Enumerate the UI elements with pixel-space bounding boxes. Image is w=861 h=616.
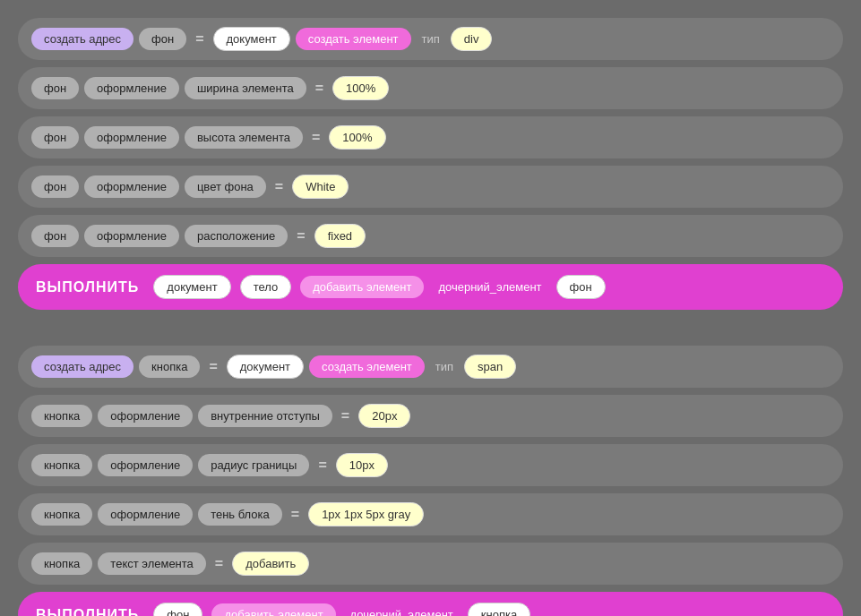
pill-position[interactable]: расположение <box>185 225 288 247</box>
exec-pill-add-element[interactable]: добавить элемент <box>300 276 424 298</box>
execute-block-2[interactable]: ВЫПОЛНИТЬ фон добавить элемент дочерний_… <box>18 592 843 616</box>
child-label-2: дочерний_элемент <box>345 608 459 616</box>
pill-knopka-3[interactable]: кнопка <box>31 454 92 476</box>
equals-9: = <box>288 507 303 523</box>
equals-1: = <box>192 31 207 47</box>
pill-20px[interactable]: 20px <box>358 404 410 428</box>
exec-pill-body[interactable]: тело <box>240 275 292 299</box>
pill-oformlenie-2[interactable]: оформление <box>84 126 179 149</box>
execute-label-1: ВЫПОЛНИТЬ <box>36 279 139 295</box>
block-1-4: фон оформление цвет фона = White <box>18 166 843 208</box>
pill-fon-5[interactable]: фон <box>31 225 79 247</box>
type-label-2: тип <box>430 360 459 373</box>
equals-4: = <box>271 179 287 195</box>
section-1: создать адрес фон = документ создать эле… <box>18 18 843 310</box>
pill-oformlenie-7[interactable]: оформление <box>98 503 193 526</box>
exec2-pill-fon[interactable]: фон <box>153 603 202 616</box>
exec-pill-document[interactable]: документ <box>153 275 230 299</box>
equals-10: = <box>211 556 227 572</box>
pill-10px[interactable]: 10px <box>336 453 388 477</box>
block-2-4: кнопка оформление тень блока = 1px 1px 5… <box>18 493 843 535</box>
block-1-3: фон оформление высота элемента = 100% <box>18 116 843 158</box>
pill-width[interactable]: ширина элемента <box>185 77 306 99</box>
equals-2: = <box>312 81 327 97</box>
block-2-2: кнопка оформление внутренние отступы = 2… <box>18 395 843 437</box>
pill-document-2[interactable]: документ <box>227 355 304 379</box>
pill-div[interactable]: div <box>451 27 493 51</box>
equals-8: = <box>314 458 330 474</box>
block-2-5: кнопка текст элемента = добавить <box>18 543 843 585</box>
pill-create-element-2[interactable]: создать элемент <box>309 355 425 378</box>
type-label-1: тип <box>417 32 445 46</box>
pill-oformlenie-3[interactable]: оформление <box>84 175 179 198</box>
equals-6: = <box>205 359 220 375</box>
section-gap <box>18 328 843 346</box>
equals-5: = <box>293 228 308 244</box>
block-1-5: фон оформление расположение = fixed <box>18 215 843 257</box>
pill-knopka-4[interactable]: кнопка <box>31 503 92 526</box>
equals-3: = <box>308 130 323 146</box>
execute-block-1[interactable]: ВЫПОЛНИТЬ документ тело добавить элемент… <box>18 264 843 310</box>
pill-text-element[interactable]: текст элемента <box>98 552 206 575</box>
pill-knopka-5[interactable]: кнопка <box>31 552 92 575</box>
pill-padding[interactable]: внутренние отступы <box>198 405 332 427</box>
pill-100pct-1[interactable]: 100% <box>332 76 389 100</box>
equals-7: = <box>338 408 353 424</box>
block-2-3: кнопка оформление радиус границы = 10px <box>18 444 843 486</box>
pill-knopka-1[interactable]: кнопка <box>139 355 200 378</box>
pill-height[interactable]: высота элемента <box>185 126 303 149</box>
child-label-1: дочерний_элемент <box>433 280 547 294</box>
pill-fon-1[interactable]: фон <box>139 28 186 50</box>
pill-fon-2[interactable]: фон <box>31 77 79 99</box>
pill-create-address-1[interactable]: создать адрес <box>31 28 133 50</box>
pill-white[interactable]: White <box>292 175 349 199</box>
section-2: создать адрес кнопка = документ создать … <box>18 346 843 616</box>
exec2-pill-knopka[interactable]: кнопка <box>468 603 530 616</box>
execute-label-2: ВЫПОЛНИТЬ <box>36 607 139 617</box>
exec-pill-fon[interactable]: фон <box>556 275 606 299</box>
pill-fixed[interactable]: fixed <box>314 224 366 248</box>
block-2-1: создать адрес кнопка = документ создать … <box>18 346 843 388</box>
pill-border-radius[interactable]: радиус границы <box>198 454 309 476</box>
pill-oformlenie-5[interactable]: оформление <box>98 405 193 427</box>
pill-span[interactable]: span <box>464 355 516 379</box>
pill-shadow-val[interactable]: 1px 1px 5px gray <box>308 502 424 526</box>
pill-document-1[interactable]: документ <box>213 27 290 51</box>
pill-fon-3[interactable]: фон <box>31 126 79 149</box>
pill-knopka-2[interactable]: кнопка <box>31 405 92 427</box>
exec2-pill-add[interactable]: добавить элемент <box>211 603 335 616</box>
pill-oformlenie-1[interactable]: оформление <box>84 77 179 99</box>
pill-create-address-2[interactable]: создать адрес <box>31 355 133 378</box>
pill-box-shadow[interactable]: тень блока <box>198 503 282 526</box>
pill-oformlenie-6[interactable]: оформление <box>98 454 193 476</box>
pill-create-element-1[interactable]: создать элемент <box>296 28 411 50</box>
pill-oformlenie-4[interactable]: оформление <box>84 225 179 247</box>
block-1-2: фон оформление ширина элемента = 100% <box>18 67 843 109</box>
pill-add-text[interactable]: добавить <box>232 552 309 576</box>
block-1-1: создать адрес фон = документ создать эле… <box>18 18 843 60</box>
pill-100pct-2[interactable]: 100% <box>329 125 385 150</box>
pill-bgcolor[interactable]: цвет фона <box>185 175 266 198</box>
pill-fon-4[interactable]: фон <box>31 175 79 198</box>
